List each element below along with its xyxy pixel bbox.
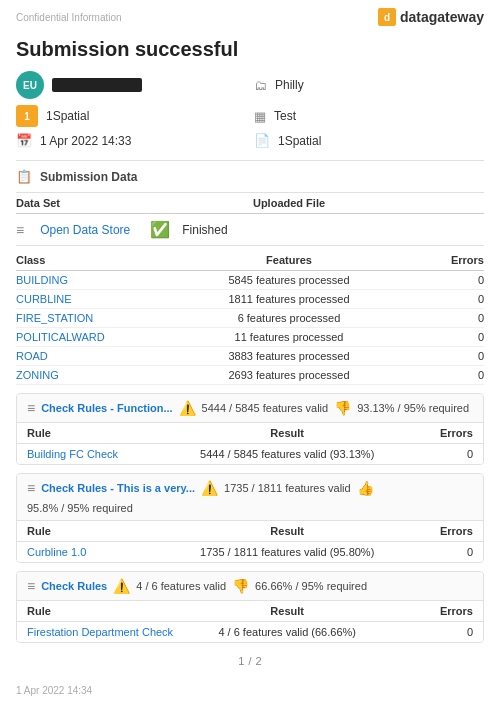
check-header-1: ≡ Check Rules - This is a very... ⚠️ 173… [17,474,483,520]
check-title-0[interactable]: Check Rules - Function... [41,402,172,414]
check-stats-0: 5444 / 5845 features valid [202,402,329,414]
class-col-header: Class [16,254,172,266]
thumb-down-icon: 👎 [232,578,249,594]
check-rule-row: Firestation Department Check 4 / 6 featu… [17,622,483,642]
check-lines-icon: ≡ [27,400,35,416]
table-row: BUILDING 5845 features processed 0 [16,271,484,290]
avatar: EU [16,71,44,99]
check-section-0: ≡ Check Rules - Function... ⚠️ 5444 / 58… [16,393,484,465]
city-value: Philly [275,78,304,92]
table-row: FIRE_STATION 6 features processed 0 [16,309,484,328]
submission-label: Submission Data [40,170,137,184]
user-row: EU [16,71,246,99]
table-row: POLITICALWARD 11 features processed 0 [16,328,484,347]
grid-icon: ▦ [254,109,266,124]
city-row: 🗂 Philly [254,71,484,99]
thumb-down-icon: 👎 [334,400,351,416]
check-lines-icon: ≡ [27,480,35,496]
date-value: 1 Apr 2022 14:33 [40,134,131,148]
check-table-header-2: Rule Result Errors [17,600,483,622]
col-filler [406,197,484,209]
logo-text: datagateway [400,9,484,25]
check-lines-icon: ≡ [27,578,35,594]
check-section-2: ≡ Check Rules ⚠️ 4 / 6 features valid 👎 … [16,571,484,643]
project-value: Test [274,109,296,123]
page-current: 1 [238,655,244,667]
check-header-2: ≡ Check Rules ⚠️ 4 / 6 features valid 👎 … [17,572,483,600]
lines-icon: ≡ [16,222,24,238]
submission-data-header: 📋 Submission Data [0,161,500,192]
check-section-1: ≡ Check Rules - This is a very... ⚠️ 173… [16,473,484,563]
open-data-store-label[interactable]: Open Data Store [40,223,130,237]
org-row: 1 1Spatial [16,105,246,127]
check-percent-0: 93.13% / 95% required [357,402,469,414]
page-total: 2 [256,655,262,667]
warn-icon-0: ⚠️ [179,400,196,416]
submission-doc-icon: 📋 [16,169,32,184]
check-stats-2: 4 / 6 features valid [136,580,226,592]
check-sections-container: ≡ Check Rules - Function... ⚠️ 5444 / 58… [0,393,500,643]
page-title: Submission successful [0,30,500,71]
project-row: ▦ Test [254,105,484,127]
footer-timestamp: 1 Apr 2022 14:34 [0,679,500,702]
data-table: Data Set Uploaded File ≡ Open Data Store… [0,193,500,385]
briefcase-icon: 🗂 [254,78,267,93]
check-icon: ✅ [150,220,170,239]
class-table-header: Class Features Errors [16,250,484,271]
warn-icon-2: ⚠️ [113,578,130,594]
date-row: 📅 1 Apr 2022 14:33 [16,133,246,148]
1spatial-icon: 1 [16,105,38,127]
errors-col-header: Errors [406,254,484,266]
org-value: 1Spatial [46,109,89,123]
col-dataset-header: Data Set [16,197,172,209]
check-percent-1: 95.8% / 95% required [27,502,133,514]
dataset-row: 📄 1Spatial [254,133,484,148]
check-title-2[interactable]: Check Rules [41,580,107,592]
dataset-value: 1Spatial [278,134,321,148]
check-rule-row: Building FC Check 5444 / 5845 features v… [17,444,483,464]
check-header-0: ≡ Check Rules - Function... ⚠️ 5444 / 58… [17,394,483,422]
features-col-header: Features [172,254,406,266]
table-row: ROAD 3883 features processed 0 [16,347,484,366]
thumb-up-icon: 👍 [357,480,374,496]
pagination: 1 / 2 [0,643,500,679]
check-rule-row: Curbline 1.0 1735 / 1811 features valid … [17,542,483,562]
info-grid: EU 🗂 Philly 1 1Spatial ▦ Test 📅 1 Apr 20… [0,71,500,160]
calendar-icon: 📅 [16,133,32,148]
logo: d datagateway [378,8,484,26]
table-row: CURBLINE 1811 features processed 0 [16,290,484,309]
col-uploaded-header: Uploaded File [172,197,406,209]
finished-label: Finished [182,223,227,237]
user-name-redacted [52,78,142,92]
page-separator: / [248,655,251,667]
check-percent-2: 66.66% / 95% required [255,580,367,592]
class-rows-container: BUILDING 5845 features processed 0 CURBL… [16,271,484,385]
table-row: ZONING 2693 features processed 0 [16,366,484,385]
check-title-1[interactable]: Check Rules - This is a very... [41,482,195,494]
check-table-header-1: Rule Result Errors [17,520,483,542]
check-stats-1: 1735 / 1811 features valid [224,482,351,494]
doc2-icon: 📄 [254,133,270,148]
logo-icon: d [378,8,396,26]
check-table-header-0: Rule Result Errors [17,422,483,444]
data-table-header: Data Set Uploaded File [16,193,484,214]
confidential-label: Confidential Information [16,12,122,23]
warn-icon-1: ⚠️ [201,480,218,496]
open-data-store-row: ≡ Open Data Store ✅ Finished [16,214,484,246]
